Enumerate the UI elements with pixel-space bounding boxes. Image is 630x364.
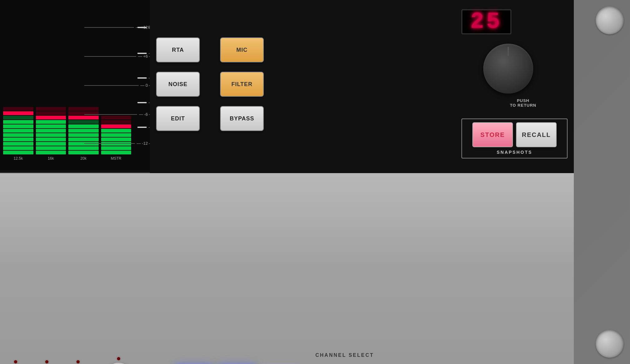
- main-panel: 12.5k: [0, 0, 574, 173]
- vu-label-2: 16k: [48, 156, 54, 161]
- knob-mstr[interactable]: [105, 363, 133, 364]
- control-section: 25 RTA MIC NOISE FILTER EDIT BYPASS PUSH: [150, 0, 574, 173]
- noise-button[interactable]: NOISE: [156, 72, 200, 97]
- buttons-area: RTA MIC NOISE FILTER EDIT BYPASS: [156, 37, 275, 131]
- bypass-button[interactable]: BYPASS: [220, 106, 264, 131]
- vu-label-3: 20k: [81, 156, 86, 161]
- led-20k: [76, 360, 80, 363]
- push-to-return-label: PUSH TO RETURN: [510, 98, 536, 108]
- rack-unit: 12.5k: [0, 0, 630, 364]
- vu-channel-2: 16k: [36, 107, 66, 161]
- led-display: 25: [461, 9, 511, 34]
- mic-button[interactable]: MIC: [220, 37, 264, 62]
- filter-button[interactable]: FILTER: [220, 72, 264, 97]
- vu-label-1: 12.5k: [14, 156, 23, 161]
- main-rotary-knob[interactable]: [483, 44, 533, 94]
- knob-unit-12.5k: 12.5k: [0, 354, 31, 364]
- vu-label-mstr: MSTR: [111, 156, 121, 161]
- snapshots-label: SNAPSHOTS: [465, 150, 564, 155]
- led-display-value: 25: [470, 9, 502, 35]
- channel-select-label: CHANNEL SELECT: [172, 346, 518, 358]
- knob-unit-mstr: MSTR: [100, 351, 137, 364]
- knob-unit-16k: 16k: [31, 354, 62, 364]
- store-button[interactable]: STORE: [472, 122, 513, 147]
- knob-indicator: [508, 47, 509, 56]
- snapshots-section: STORE RECALL SNAPSHOTS: [461, 119, 568, 158]
- rack-screw-top-right: [596, 6, 624, 34]
- edit-button[interactable]: EDIT: [156, 106, 200, 131]
- knob-unit-20k: 20k: [62, 354, 94, 364]
- led-mstr: [117, 357, 120, 360]
- recall-button[interactable]: RECALL: [516, 122, 557, 147]
- bottom-knobs-row: 12.5k 16k 20k MSTR: [0, 351, 150, 364]
- rack-screw-bottom-right: [596, 330, 624, 358]
- bottom-panel: 12.5k 16k 20k MSTR CHANNEL SELECT: [0, 173, 574, 364]
- snapshots-buttons: STORE RECALL: [465, 122, 564, 147]
- vu-channel-1: 12.5k: [3, 107, 33, 161]
- rta-button[interactable]: RTA: [156, 37, 200, 62]
- channel-buttons-row: A B STEREO: [150, 358, 518, 364]
- led-16k: [45, 360, 48, 363]
- led-12.5k: [14, 360, 17, 363]
- scale-neg12: — -12 —: [137, 141, 150, 146]
- vu-meter-section: 12.5k: [0, 0, 150, 170]
- channel-select-section: CHANNEL SELECT A B STEREO: [140, 346, 518, 364]
